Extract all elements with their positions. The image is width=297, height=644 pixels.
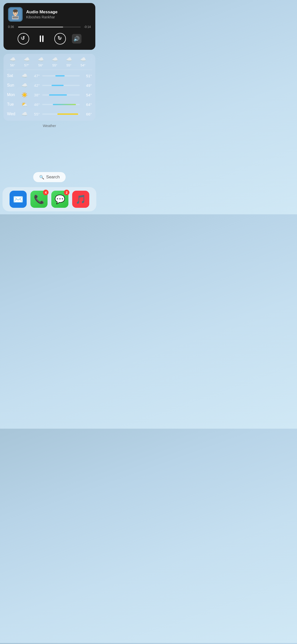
search-icon: 🔍 (39, 175, 44, 180)
dock-icon-messages[interactable]: 💬2 (51, 191, 68, 208)
temp-bar-container (42, 75, 80, 76)
day-name: Sat (7, 73, 20, 78)
day-low: 38° (29, 93, 40, 97)
day-high: 54° (82, 93, 92, 97)
day-high: 49° (82, 83, 92, 88)
day-low: 42° (29, 83, 40, 88)
day-name: Sun (7, 83, 20, 88)
search-label: Search (46, 175, 60, 180)
forecast-row: Mon ☀️ 38° 54° (4, 90, 95, 100)
temp-bar-container (42, 85, 80, 86)
forecast-row: Tue ⛅ 46° 64° (4, 100, 95, 109)
svg-rect-4 (13, 16, 18, 19)
hourly-temp: 56° (38, 63, 43, 67)
hourly-item: ☁️ 56° (34, 56, 48, 67)
dock-icon-mail[interactable]: ✉️ (10, 191, 27, 208)
hourly-icon: ☁️ (80, 56, 86, 62)
phone-badge: 4 (43, 190, 49, 195)
forecast-row: Wed ☁️ 55° 66° (4, 109, 95, 119)
hourly-temp: 56° (10, 63, 15, 67)
hourly-icon: ☁️ (38, 56, 44, 62)
pause-button[interactable] (35, 32, 48, 45)
hourly-temp: 57° (24, 63, 29, 67)
hourly-temp: 55° (52, 63, 57, 67)
day-name: Wed (7, 112, 20, 116)
rewind-label: 5 (23, 37, 24, 40)
temp-bar (55, 75, 65, 76)
now-playing-title: Audio Message (26, 10, 58, 15)
temp-bar (52, 85, 64, 86)
now-playing-card: Audio Message Kiboshes Rankhar 0:36 -0:1… (4, 3, 95, 50)
day-high: 51° (82, 74, 92, 78)
hourly-icon: ☁️ (10, 56, 16, 62)
day-high: 64° (82, 102, 92, 107)
hourly-item: ☁️ 54° (76, 56, 90, 67)
remaining-time: -0:14 (83, 25, 91, 29)
hourly-temp: 54° (80, 63, 86, 67)
progress-bar[interactable] (18, 27, 81, 27)
hourly-item: ☁️ 55° (48, 56, 62, 67)
day-icon: ☁️ (20, 73, 29, 79)
messages-badge: 2 (64, 190, 69, 195)
hourly-icon: ☁️ (66, 56, 72, 62)
search-bar[interactable]: 🔍 Search (33, 172, 66, 182)
temp-bar-container (42, 94, 80, 96)
svg-rect-5 (15, 15, 16, 16)
pause-icon (40, 35, 44, 42)
hourly-item: ☁️ 56° (6, 56, 20, 67)
day-high: 66° (82, 112, 92, 116)
hourly-icon: ☁️ (52, 56, 58, 62)
now-playing-subtitle: Kiboshes Rankhar (26, 15, 58, 19)
dock-icon-phone[interactable]: 📞4 (30, 191, 48, 208)
music-icon[interactable]: 🎵 (72, 191, 89, 208)
temp-bar (57, 113, 78, 115)
svg-point-7 (16, 12, 17, 13)
day-icon: ☁️ (20, 111, 29, 117)
day-low: 46° (29, 102, 40, 107)
forecast-row: Sat ☁️ 47° 51° (4, 71, 95, 80)
dock-icon-music[interactable]: 🎵 (72, 191, 89, 208)
hourly-temp: 55° (66, 63, 71, 67)
day-low: 47° (29, 74, 40, 78)
speaker-icon: 🔊 (73, 36, 80, 42)
day-name: Mon (7, 93, 20, 97)
search-bar-container: 🔍 Search (0, 172, 99, 187)
temp-bar (53, 104, 76, 105)
day-icon: ☁️ (20, 82, 29, 88)
weather-label: Weather (0, 124, 99, 128)
rewind-button[interactable]: ↻ 5 (18, 33, 29, 45)
current-time: 0:36 (8, 25, 16, 29)
temp-bar-container (42, 113, 80, 115)
hourly-icon: ☁️ (24, 56, 30, 62)
progress-fill (18, 27, 63, 27)
temp-bar (49, 94, 67, 96)
forecast-row: Sun ☁️ 42° 49° (4, 80, 95, 90)
temp-bar-container (42, 104, 80, 105)
day-low: 55° (29, 112, 40, 116)
svg-point-2 (13, 9, 18, 12)
hourly-scroll: ☁️ 56° ☁️ 57° ☁️ 56° ☁️ 55° ☁️ 55° ☁️ 54… (4, 54, 95, 70)
forward-label: 5 (59, 37, 61, 40)
home-screen-empty (0, 128, 99, 172)
dock: ✉️📞4💬2🎵 (3, 187, 96, 211)
day-icon: ⛅ (20, 101, 29, 107)
mail-icon[interactable]: ✉️ (10, 191, 27, 208)
day-icon: ☀️ (20, 92, 29, 98)
hourly-item: ☁️ 57° (20, 56, 34, 67)
forward-button[interactable]: ↻ 5 (54, 33, 66, 45)
day-name: Tue (7, 102, 20, 107)
avatar (8, 7, 23, 22)
speaker-button[interactable]: 🔊 (72, 34, 81, 44)
svg-point-6 (14, 12, 15, 13)
hourly-item: ☁️ 55° (62, 56, 76, 67)
weather-widget: ☁️ 56° ☁️ 57° ☁️ 56° ☁️ 55° ☁️ 55° ☁️ 54… (4, 54, 95, 121)
